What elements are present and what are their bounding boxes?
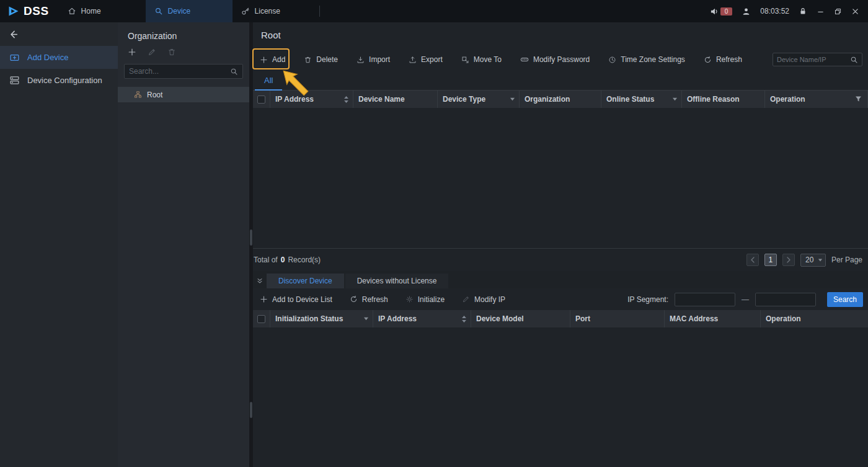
move-to-icon	[461, 56, 469, 64]
export-icon	[409, 56, 417, 64]
record-total: Total of 0 Record(s)	[254, 256, 321, 264]
delete-org-icon[interactable]	[167, 48, 176, 56]
column-filter-icon[interactable]	[854, 95, 862, 103]
sidebar-item-device-configuration[interactable]: Device Configuration	[0, 69, 118, 92]
speaker-icon	[710, 7, 719, 16]
discover-refresh-button[interactable]: Refresh	[350, 295, 388, 304]
move-to-button-label: Move To	[474, 55, 502, 64]
header-cell-ip-address: IP Address	[373, 310, 471, 327]
back-arrow-icon[interactable]	[8, 29, 19, 40]
export-button-label: Export	[421, 55, 443, 64]
refresh-icon	[350, 295, 358, 303]
import-button-label: Import	[369, 55, 390, 64]
device-table-footer: Total of 0 Record(s) 1 20	[249, 248, 868, 271]
device-search-icon[interactable]	[850, 56, 858, 64]
device-name-header-label: Device Name	[358, 95, 405, 104]
ip-segment-end-input[interactable]	[755, 293, 816, 306]
refresh-button[interactable]: Refresh	[704, 55, 742, 64]
sidebar-item-add-device[interactable]: Add Device	[0, 46, 118, 69]
add-org-icon[interactable]	[128, 48, 136, 56]
device-type-header-label: Device Type	[443, 95, 485, 104]
page-size-select[interactable]: 20	[800, 254, 826, 267]
header-cell-checkbox	[253, 91, 270, 108]
move-to-button[interactable]: Move To	[461, 55, 502, 64]
scrollbar-thumb[interactable]	[250, 229, 252, 246]
sidebar-item-add-device-label: Add Device	[27, 53, 68, 62]
header-cell-port: Port	[570, 310, 665, 327]
plus-icon	[260, 295, 268, 303]
lock-icon[interactable]	[799, 7, 807, 16]
discover-tab-strip: Discover Device Devices without License	[249, 271, 868, 288]
organization-header-label: Organization	[525, 95, 570, 104]
device-model-header-label: Device Model	[476, 314, 524, 323]
header-cell-offline-reason: Offline Reason	[682, 91, 765, 108]
body-row: Add Device Device Configuration Organiza…	[0, 22, 868, 467]
add-to-device-list-button[interactable]: Add to Device List	[260, 295, 332, 304]
org-tree-item-root-label: Root	[147, 91, 162, 99]
restore-button[interactable]	[834, 7, 842, 16]
vertical-scrollbar[interactable]	[249, 22, 253, 467]
select-all-checkbox[interactable]	[257, 96, 265, 104]
tab-discover-device[interactable]: Discover Device	[267, 274, 344, 288]
modify-ip-button[interactable]: Modify IP	[462, 295, 505, 304]
previous-page-button[interactable]	[746, 254, 759, 266]
import-button[interactable]: Import	[356, 55, 390, 64]
add-button[interactable]: Add	[260, 55, 285, 64]
discover-ip-address-header-label: IP Address	[378, 314, 417, 323]
add-to-device-list-label: Add to Device List	[272, 295, 332, 304]
org-tree-item-root[interactable]: Root	[118, 87, 249, 102]
time-zone-settings-button[interactable]: Time Zone Settings	[608, 55, 685, 64]
org-search-icon[interactable]	[230, 68, 238, 76]
organization-search-input[interactable]	[129, 67, 230, 76]
initialize-button[interactable]: Initialize	[405, 295, 445, 304]
titlebar-separator	[319, 6, 320, 17]
add-button-label: Add	[272, 55, 285, 64]
ip-segment-start-input[interactable]	[675, 293, 735, 306]
titlebar-controls: 0 08:03:52	[710, 0, 868, 22]
filter-dropdown-icon[interactable]	[363, 316, 369, 321]
sort-icon[interactable]	[461, 315, 467, 323]
header-cell-online-status: Online Status	[601, 91, 682, 108]
initialize-label: Initialize	[418, 295, 445, 304]
discover-refresh-label: Refresh	[362, 295, 388, 304]
sidebar-item-device-configuration-label: Device Configuration	[27, 76, 102, 85]
delete-button[interactable]: Delete	[304, 55, 338, 64]
device-search-input[interactable]	[777, 56, 850, 63]
close-button[interactable]	[851, 7, 859, 16]
refresh-icon	[704, 56, 712, 64]
back-row	[0, 22, 118, 46]
current-page-button[interactable]: 1	[764, 254, 777, 266]
device-configuration-icon	[9, 75, 20, 86]
edit-org-icon[interactable]	[148, 48, 156, 56]
header-cell-operation: Operation	[761, 310, 868, 327]
header-cell-device-model: Device Model	[471, 310, 570, 327]
next-page-button[interactable]	[782, 254, 795, 266]
tab-all[interactable]: All	[255, 76, 282, 91]
tab-devices-without-license[interactable]: Devices without License	[345, 274, 449, 288]
discover-table-body	[249, 327, 868, 467]
organization-panel: Organization	[118, 22, 249, 467]
sort-icon[interactable]	[343, 96, 349, 104]
titlebar-tab-license[interactable]: License	[232, 0, 319, 22]
notification-group[interactable]: 0	[710, 7, 733, 16]
time-zone-settings-button-label: Time Zone Settings	[621, 55, 685, 64]
ip-search-button[interactable]: Search	[827, 292, 863, 307]
discover-select-all-checkbox[interactable]	[257, 315, 265, 323]
main-panel: Root Add Delete	[249, 22, 868, 467]
filter-dropdown-icon[interactable]	[510, 97, 515, 102]
device-table-header: IP Address Device Name Device Type Organ…	[249, 91, 868, 108]
collapse-panel-icon[interactable]	[254, 277, 265, 288]
titlebar-tab-device[interactable]: Device	[146, 0, 232, 22]
filter-dropdown-icon[interactable]	[672, 97, 678, 102]
dss-application: DSS Home Device License	[0, 0, 868, 467]
header-cell-organization: Organization	[520, 91, 601, 108]
minimize-button[interactable]	[817, 7, 825, 16]
header-cell-operation: Operation	[765, 91, 868, 108]
export-button[interactable]: Export	[409, 55, 443, 64]
titlebar-tab-home[interactable]: Home	[59, 0, 146, 22]
modify-password-button[interactable]: Modify Password	[520, 55, 590, 64]
scrollbar-thumb[interactable]	[250, 402, 252, 418]
clock-display: 08:03:52	[760, 7, 789, 16]
user-icon[interactable]	[742, 7, 751, 16]
dss-logo-icon	[7, 5, 20, 17]
